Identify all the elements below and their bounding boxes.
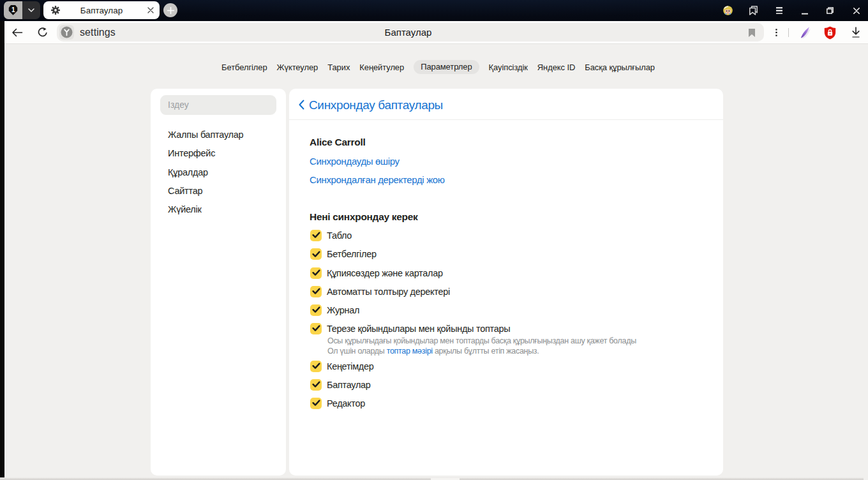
svg-text:1: 1 <box>11 6 15 13</box>
